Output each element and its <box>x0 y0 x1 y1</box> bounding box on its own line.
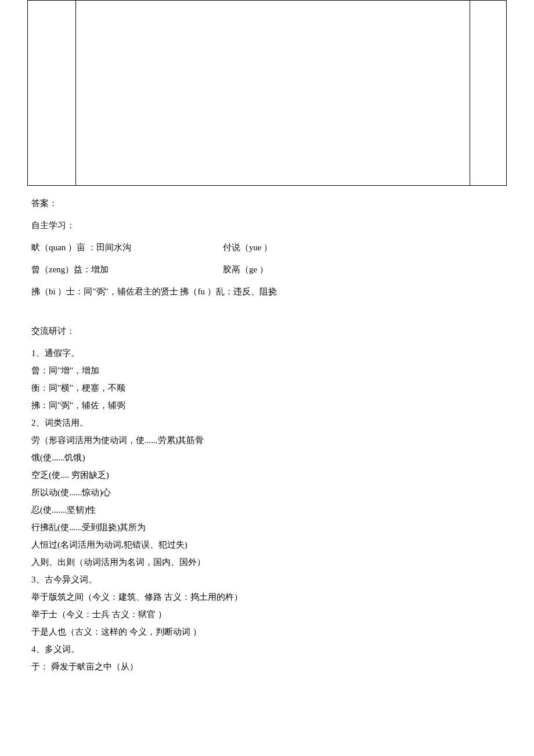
sec1-l1: 曾：同"增"，增加 <box>31 363 503 377</box>
sec3-l3: 于是人也（古义：这样的 今义，判断动词 ） <box>31 625 503 639</box>
sec1-l2: 衡：同"横"，梗塞，不顺 <box>31 381 503 395</box>
top-empty-table <box>27 0 507 186</box>
self-study-row2-right: 胶鬲（ge ） <box>223 262 503 276</box>
self-study-row2: 曾（zeng）益：增加 胶鬲（ge ） <box>31 262 503 276</box>
self-study-header: 自主学习： <box>31 218 503 232</box>
sec3-title: 3、古今异义词。 <box>31 573 503 586</box>
sec2-l5: 忍(使.......坚韧)性 <box>31 503 503 517</box>
sec2-l8: 入则、出则（动词活用为名词，国内、国外） <box>31 555 503 569</box>
table-cell-left <box>28 1 76 186</box>
sec4-l1: 于： 舜发于畎亩之中（从） <box>31 660 503 674</box>
sec2-l3: 空乏(使.... 穷困缺乏) <box>31 468 503 482</box>
section-2: 2、词类活用。 劳（形容词活用为使动词，使......劳累)其筋骨 饿(使...… <box>31 416 503 569</box>
self-study-row1-right: 付说（yue ） <box>223 240 503 254</box>
discuss-header: 交流研讨： <box>31 324 503 338</box>
section-4: 4、多义词。 于： 舜发于畎亩之中（从） <box>31 642 503 674</box>
sec1-title: 1、通假字。 <box>31 346 503 360</box>
sec3-l1: 举于版筑之间（今义：建筑、修路 古义：捣土用的杵） <box>31 590 503 604</box>
sec2-title: 2、词类活用。 <box>31 416 503 430</box>
section-3: 3、古今异义词。 举于版筑之间（今义：建筑、修路 古义：捣土用的杵） 举于士（今… <box>31 573 503 639</box>
sec2-l1: 劳（形容词活用为使动词，使......劳累)其筋骨 <box>31 433 503 447</box>
sec2-l7: 人恒过(名词活用为动词,犯错误、犯过失) <box>31 538 503 552</box>
sec2-l6: 行拂乱(使......受到阻挠)其所为 <box>31 520 503 534</box>
self-study-row3: 拂（bi ）士：同"弼"，辅佐君主的贤士 拂（fu ）乱：违反、阻挠 <box>31 285 503 298</box>
table-cell-mid <box>75 1 470 186</box>
self-study-row1-left: 畎（quan ）亩 ：田间水沟 <box>31 240 223 254</box>
sec2-l2: 饿(使......饥饿) <box>31 451 503 465</box>
self-study-row2-left: 曾（zeng）益：增加 <box>31 262 223 276</box>
sec3-l2: 举于士（今义：士兵 古义：狱官 ） <box>31 607 503 621</box>
sec2-l4: 所以动(使......惊动)心 <box>31 485 503 499</box>
table-cell-right <box>470 1 507 186</box>
answer-header: 答案： <box>31 196 503 210</box>
sec4-title: 4、多义词。 <box>31 642 503 656</box>
self-study-row1: 畎（quan ）亩 ：田间水沟 付说（yue ） <box>31 240 503 254</box>
section-1: 1、通假字。 曾：同"增"，增加 衡：同"横"，梗塞，不顺 拂：同"弼"，辅佐，… <box>31 346 503 412</box>
sec1-l3: 拂：同"弼"，辅佐，辅弼 <box>31 398 503 412</box>
